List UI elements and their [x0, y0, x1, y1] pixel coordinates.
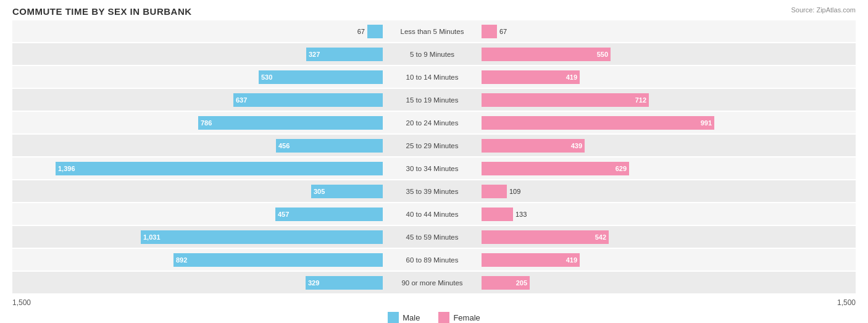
table-row: 89260 to 89 Minutes419 [12, 249, 856, 271]
female-value: 439 [571, 142, 582, 149]
female-value: 133 [515, 211, 527, 218]
source-label: Source: ZipAtlas.com [791, 6, 856, 14]
female-value: 991 [701, 119, 712, 127]
male-value: 327 [309, 51, 320, 58]
row-label: 45 to 59 Minutes [383, 233, 482, 241]
table-row: 63715 to 19 Minutes712 [12, 89, 856, 111]
row-label: 40 to 44 Minutes [383, 211, 482, 218]
bottom-section: 1,500 1,500 Male Female [12, 298, 856, 323]
row-label: 20 to 24 Minutes [383, 119, 482, 127]
chart-title: COMMUTE TIME BY SEX IN BURBANK [12, 6, 856, 17]
legend: Male Female [12, 312, 856, 323]
row-label: 25 to 29 Minutes [383, 142, 482, 149]
female-value: 550 [597, 51, 608, 58]
table-row: 1,03145 to 59 Minutes542 [12, 226, 856, 248]
table-row: 1,39630 to 34 Minutes629 [12, 157, 856, 179]
row-label: 5 to 9 Minutes [383, 51, 482, 58]
table-row: 67Less than 5 Minutes67 [12, 20, 856, 42]
row-label: 15 to 19 Minutes [383, 96, 482, 104]
male-value: 1,396 [58, 165, 75, 172]
female-value: 419 [566, 73, 577, 81]
x-label-left: 1,500 [12, 298, 31, 307]
female-value: 712 [635, 96, 646, 104]
female-value: 419 [566, 256, 577, 264]
legend-female-label: Female [453, 313, 480, 322]
legend-male-box [388, 312, 399, 323]
female-value: 109 [509, 188, 520, 195]
table-row: 53010 to 14 Minutes419 [12, 66, 856, 88]
female-value: 205 [516, 279, 527, 287]
chart-area: 67Less than 5 Minutes673275 to 9 Minutes… [12, 20, 856, 275]
male-value: 892 [176, 256, 187, 264]
row-label: 90 or more Minutes [383, 279, 482, 287]
male-value: 786 [201, 119, 212, 127]
table-row: 3275 to 9 Minutes550 [12, 43, 856, 65]
legend-male-label: Male [403, 313, 420, 322]
male-value: 457 [278, 211, 289, 218]
row-label: 60 to 89 Minutes [383, 256, 482, 264]
male-value: 329 [308, 279, 319, 287]
row-label: 10 to 14 Minutes [383, 73, 482, 81]
male-value: 305 [314, 188, 325, 195]
x-label-right: 1,500 [837, 298, 856, 307]
legend-female: Female [438, 312, 480, 323]
female-value: 542 [595, 233, 606, 241]
row-label: Less than 5 Minutes [383, 28, 482, 35]
chart-container: COMMUTE TIME BY SEX IN BURBANK Source: Z… [0, 0, 868, 323]
male-value: 456 [278, 142, 290, 149]
table-row: 45740 to 44 Minutes133 [12, 203, 856, 225]
male-value: 67 [357, 28, 365, 35]
male-value: 1,031 [143, 233, 161, 241]
table-row: 32990 or more Minutes205 [12, 272, 856, 293]
male-value: 530 [261, 73, 272, 81]
row-label: 35 to 39 Minutes [383, 188, 482, 195]
female-value: 629 [616, 165, 627, 172]
male-value: 637 [236, 96, 247, 104]
row-label: 30 to 34 Minutes [383, 165, 482, 172]
table-row: 45625 to 29 Minutes439 [12, 135, 856, 156]
female-value: 67 [499, 28, 507, 35]
table-row: 30535 to 39 Minutes109 [12, 180, 856, 202]
legend-female-box [438, 312, 449, 323]
legend-male: Male [388, 312, 420, 323]
table-row: 78620 to 24 Minutes991 [12, 112, 856, 133]
